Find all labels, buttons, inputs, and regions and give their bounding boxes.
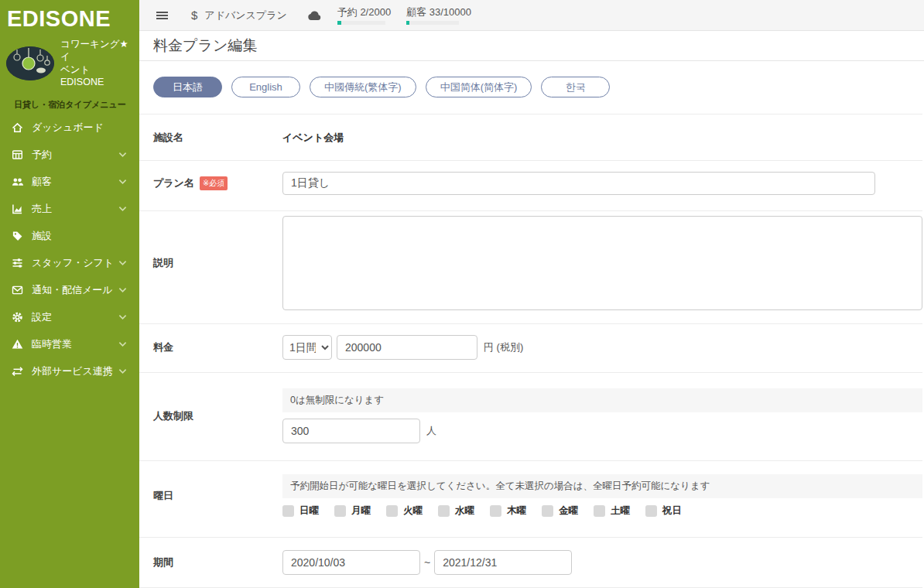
chevron-down-icon (118, 257, 127, 268)
chevron-down-icon (118, 338, 127, 350)
weekday-checkbox-sun[interactable]: 日曜 (282, 504, 319, 518)
sidebar-item-facilities[interactable]: 施設 (0, 222, 139, 249)
sidebar-item-label: スタッフ・シフト (32, 256, 114, 270)
chevron-down-icon (118, 149, 127, 160)
avatar (6, 46, 54, 80)
checkbox-icon (594, 505, 605, 517)
weekday-checkbox-sat[interactable]: 土曜 (594, 504, 630, 518)
weekday-label: 土曜 (611, 504, 630, 518)
sidebar-item-sales[interactable]: 売上 (0, 195, 139, 222)
plan-name-input[interactable] (282, 172, 875, 195)
home-icon (11, 121, 25, 134)
weekday-checkbox-thu[interactable]: 木曜 (490, 504, 526, 518)
reservations-quota-label: 予約 2/2000 (337, 5, 391, 19)
weekday-checkbox-tue[interactable]: 火曜 (386, 504, 423, 518)
weekday-label: 金曜 (559, 504, 578, 518)
facility-label: 施設名 (139, 131, 282, 145)
description-label: 説明 (139, 256, 282, 270)
weekday-checkbox-fri[interactable]: 金曜 (542, 504, 578, 518)
language-tab-chinese-traditional[interactable]: 中國傳統(繁体字) (310, 77, 416, 97)
weekdays-label: 曜日 (139, 489, 282, 503)
language-tab-korean[interactable]: 한국 (541, 77, 610, 97)
menu-header: 日貸し・宿泊タイプメニュー (0, 91, 139, 114)
form-row-price: 料金 1日間 円 (税別) (139, 323, 922, 372)
reservations-quota: 予約 2/2000 (337, 5, 391, 25)
plan-label: アドバンスプラン (204, 9, 286, 22)
mail-icon (11, 284, 25, 296)
sidebar-item-dashboard[interactable]: ダッシュボード (0, 114, 139, 141)
language-tab-chinese-simplified[interactable]: 中国简体(简体字) (426, 77, 532, 97)
sidebar-item-label: 設定 (32, 310, 52, 324)
weekday-label: 日曜 (299, 504, 319, 518)
sidebar-item-customers[interactable]: 顧客 (0, 168, 139, 195)
sidebar: EDISONE コワーキング★イ ベントEDIS (0, 0, 139, 588)
weekday-checkbox-mon[interactable]: 月曜 (334, 504, 371, 518)
checkbox-icon (282, 505, 294, 517)
sidebar-item-staff-shift[interactable]: スタッフ・シフト (0, 249, 139, 276)
language-tab-japanese[interactable]: 日本語 (153, 77, 222, 97)
capacity-input[interactable] (282, 419, 420, 443)
sidebar-item-label: 顧客 (32, 175, 52, 189)
customers-progress (406, 21, 459, 25)
period-label: 期間 (139, 556, 282, 569)
customers-quota-label: 顧客 33/10000 (406, 5, 471, 19)
customers-quota: 顧客 33/10000 (406, 5, 471, 25)
sidebar-menu: ダッシュボード予約顧客売上施設スタッフ・シフト通知・配信メール設定臨時営業外部サ… (0, 114, 139, 385)
weekday-checkbox-holiday[interactable]: 祝日 (645, 504, 682, 518)
sidebar-item-reservations[interactable]: 予約 (0, 141, 139, 168)
sidebar-item-label: 施設 (32, 229, 52, 243)
app-window: EDISONE コワーキング★イ ベントEDIS (0, 0, 924, 588)
required-badge: ※必須 (200, 176, 228, 190)
sidebar-item-settings[interactable]: 設定 (0, 303, 139, 330)
capacity-suffix: 人 (426, 424, 436, 438)
form-row-facility: 施設名 イベント会場 (139, 114, 922, 160)
capacity-label: 人数制限 (139, 409, 282, 423)
weekday-label: 水曜 (455, 504, 474, 518)
form-row-plan-name: プラン名 ※必須 (139, 160, 922, 210)
chevron-down-icon (118, 203, 127, 214)
profile-name: コワーキング★イ ベントEDISONE (60, 38, 133, 88)
checkbox-icon (490, 505, 501, 517)
weekday-label: 木曜 (507, 504, 526, 518)
weekday-label: 火曜 (403, 504, 423, 518)
price-unit-select[interactable]: 1日間 (282, 335, 332, 360)
cloud-icon (307, 10, 322, 21)
plan-form: 施設名 イベント会場 プラン名 ※必須 説明 料金 (139, 114, 924, 588)
capacity-hint: 0は無制限になります (282, 388, 922, 412)
sliders-icon (11, 257, 25, 269)
hamburger-menu-icon[interactable] (153, 7, 171, 24)
checkbox-icon (334, 505, 346, 517)
price-suffix: 円 (税別) (484, 340, 523, 354)
plan-menu-item[interactable]: $ アドバンスプラン (191, 9, 287, 22)
page-header: 料金プラン編集 (139, 31, 924, 61)
warning-icon (11, 338, 25, 350)
users-icon (11, 176, 25, 188)
chart-icon (11, 203, 25, 215)
weekday-checkbox-wed[interactable]: 水曜 (438, 504, 474, 518)
main-column: $ アドバンスプラン 予約 2/2000 顧客 33/10000 料金プラン編集… (139, 0, 924, 588)
sidebar-item-label: 通知・配信メール (32, 283, 113, 297)
tag-icon (11, 230, 25, 242)
period-separator: ~ (424, 556, 430, 569)
sidebar-item-label: ダッシュボード (32, 121, 104, 135)
period-end-input[interactable] (434, 550, 572, 575)
reservations-progress (337, 21, 385, 25)
sidebar-item-external-services[interactable]: 外部サービス連携 (0, 357, 139, 385)
sidebar-item-label: 外部サービス連携 (32, 364, 113, 378)
profile-block: コワーキング★イ ベントEDISONE (0, 33, 139, 91)
exchange-icon (11, 365, 25, 378)
description-textarea[interactable] (282, 216, 922, 310)
price-input[interactable] (337, 335, 477, 360)
sidebar-item-label: 予約 (32, 148, 52, 162)
app-logo: EDISONE (0, 0, 139, 33)
language-tab-english[interactable]: English (231, 77, 300, 97)
period-start-input[interactable] (282, 550, 420, 575)
sidebar-item-label: 臨時営業 (32, 337, 72, 351)
gear-icon (11, 311, 25, 323)
checkbox-icon (386, 505, 398, 517)
price-label: 料金 (139, 340, 282, 354)
weekday-label: 祝日 (662, 504, 682, 518)
checkbox-icon (542, 505, 553, 517)
sidebar-item-notification-mail[interactable]: 通知・配信メール (0, 276, 139, 303)
sidebar-item-temporary-business[interactable]: 臨時営業 (0, 330, 139, 357)
